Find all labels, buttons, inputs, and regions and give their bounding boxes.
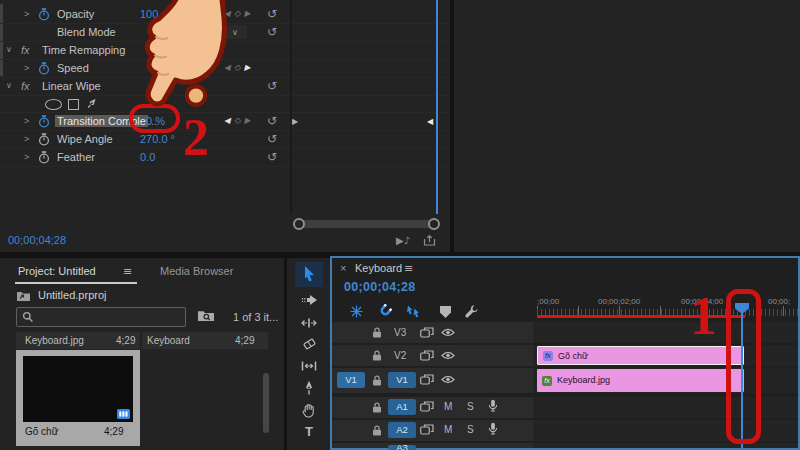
selection-tool[interactable]	[300, 265, 318, 283]
tab-project[interactable]: Project: Untitled	[18, 265, 96, 277]
snap-magnet-icon[interactable]	[378, 304, 392, 318]
project-panel: Project: Untitled ≡ Media Browser Untitl…	[0, 258, 284, 450]
reset-param-icon[interactable]: ↺	[267, 130, 277, 148]
effect-controls-timecode[interactable]: 00;00;04;28	[8, 234, 66, 246]
stopwatch-icon[interactable]	[38, 133, 50, 146]
track-output-icon[interactable]	[420, 424, 434, 435]
razor-tool[interactable]	[300, 335, 318, 353]
reset-param-icon[interactable]: ↺	[267, 148, 277, 166]
scrollbar-handle-right[interactable]	[428, 218, 440, 230]
mic-icon[interactable]	[488, 399, 498, 412]
solo-button[interactable]: S	[467, 424, 474, 435]
selected-item-name: Gõ chữ	[25, 426, 58, 437]
track-label-box[interactable]: V1	[388, 372, 416, 388]
reset-param-icon[interactable]: ↺	[267, 5, 277, 23]
stopwatch-icon[interactable]	[38, 62, 50, 75]
play-audio-icon[interactable]: ▶♪	[396, 235, 410, 246]
lock-icon[interactable]	[372, 350, 382, 361]
mute-button[interactable]: M	[444, 401, 452, 412]
track-label-box[interactable]: A2	[388, 422, 416, 438]
timeline-timecode[interactable]: 00;00;04;28	[344, 280, 415, 294]
expander-chevron-icon[interactable]: >	[24, 148, 29, 166]
track-label[interactable]: V3	[394, 327, 406, 338]
expander-chevron-icon[interactable]: >	[24, 112, 29, 130]
selection-arrow-icon	[302, 265, 316, 283]
eye-icon[interactable]	[441, 328, 455, 337]
stopwatch-icon[interactable]	[38, 8, 50, 21]
eye-icon[interactable]	[441, 351, 455, 360]
track-select-forward-tool[interactable]	[300, 291, 318, 309]
project-scrollbar[interactable]	[263, 373, 269, 433]
lock-icon[interactable]	[372, 402, 382, 413]
fx-icon: fx	[21, 41, 30, 59]
search-input[interactable]	[16, 307, 186, 327]
effect-group-label: Linear Wipe	[42, 77, 101, 95]
panel-menu-icon[interactable]: ≡	[123, 265, 132, 278]
expander-chevron-icon[interactable]: >	[24, 59, 29, 77]
ellipse-mask-icon[interactable]	[45, 99, 62, 110]
lock-icon[interactable]	[372, 375, 382, 386]
tab-media-browser[interactable]: Media Browser	[160, 265, 233, 277]
eye-icon[interactable]	[441, 375, 455, 384]
timeline-settings-wrench-icon[interactable]	[464, 304, 479, 319]
filmstrip-icon	[117, 409, 130, 419]
track-output-icon[interactable]	[420, 350, 434, 361]
reset-param-icon[interactable]: ↺	[267, 23, 277, 41]
hand-tool[interactable]	[300, 401, 318, 419]
track-output-icon[interactable]	[420, 401, 434, 412]
track-output-icon[interactable]	[420, 374, 434, 385]
close-panel-icon[interactable]: ×	[340, 262, 346, 274]
slip-tool[interactable]	[300, 357, 318, 375]
param-value[interactable]: 0.0	[140, 148, 155, 166]
item-name[interactable]: Keyboard.jpg	[25, 332, 84, 349]
track-lane-a3[interactable]	[535, 443, 798, 448]
track-label-box[interactable]: A3	[388, 445, 416, 450]
scrollbar-handle-left[interactable]	[293, 218, 305, 230]
selected-project-item[interactable]: Gõ chữ 4;29	[16, 350, 140, 446]
mute-button[interactable]: M	[444, 424, 452, 435]
solo-button[interactable]: S	[467, 401, 474, 412]
nest-sequence-icon[interactable]	[350, 305, 363, 318]
effect-lane-playhead[interactable]	[436, 0, 438, 214]
rect-mask-icon[interactable]	[68, 99, 79, 110]
reset-param-icon[interactable]: ↺	[267, 112, 277, 130]
track-label-box[interactable]: A1	[388, 399, 416, 415]
lock-icon[interactable]	[372, 327, 382, 338]
pen-tool[interactable]	[300, 379, 318, 397]
linked-selection-icon[interactable]	[406, 305, 421, 318]
next-keyframe-icon: ▶	[244, 5, 250, 23]
lock-icon[interactable]	[372, 425, 382, 436]
keyframe-lane-divider[interactable]	[290, 0, 292, 214]
find-in-bin-icon[interactable]	[197, 309, 215, 322]
ripple-edit-tool[interactable]	[300, 314, 318, 332]
panel-menu-icon[interactable]: ≡	[404, 262, 413, 275]
export-frame-icon[interactable]	[423, 235, 436, 246]
pen-mask-icon[interactable]	[86, 97, 99, 110]
mic-icon[interactable]	[488, 422, 498, 435]
reset-effect-icon[interactable]: ↺	[267, 77, 277, 95]
source-patch-v1[interactable]: V1	[337, 372, 365, 388]
project-file-name[interactable]: Untitled.prproj	[38, 289, 106, 301]
keyframe-left-indicator[interactable]: ▶	[292, 117, 298, 126]
keyframe-marker[interactable]: ◀	[427, 117, 433, 126]
clip-keyboard-jpg[interactable]: fx Keyboard.jpg	[537, 369, 744, 392]
param-label: Opacity	[57, 5, 94, 23]
search-icon	[22, 311, 34, 323]
horizontal-scrollbar[interactable]	[295, 220, 437, 228]
expander-chevron-icon[interactable]: >	[24, 130, 29, 148]
track-output-icon[interactable]	[420, 327, 434, 338]
clip-thumbnail[interactable]	[23, 356, 133, 422]
timeline-tab-label[interactable]: Keyboard	[355, 262, 402, 274]
stopwatch-icon[interactable]	[38, 115, 50, 128]
collapse-chevron-icon[interactable]: ∨	[6, 77, 12, 95]
expander-chevron-icon[interactable]: >	[24, 5, 29, 23]
clip-go-chu[interactable]: fx Gõ chữ	[537, 346, 744, 365]
collapse-chevron-icon[interactable]: ∨	[6, 41, 12, 59]
stopwatch-icon[interactable]	[38, 151, 50, 164]
item-duration: 4;29	[235, 332, 254, 349]
type-tool[interactable]: T	[300, 422, 318, 440]
item-name[interactable]: Keyboard	[147, 332, 190, 349]
program-monitor-panel: Cách làm hiệu ứng gõ chữ tr 00;00;04;28 …	[454, 0, 800, 252]
annotation-step-2: 2	[183, 112, 209, 164]
track-label[interactable]: V2	[394, 350, 406, 361]
